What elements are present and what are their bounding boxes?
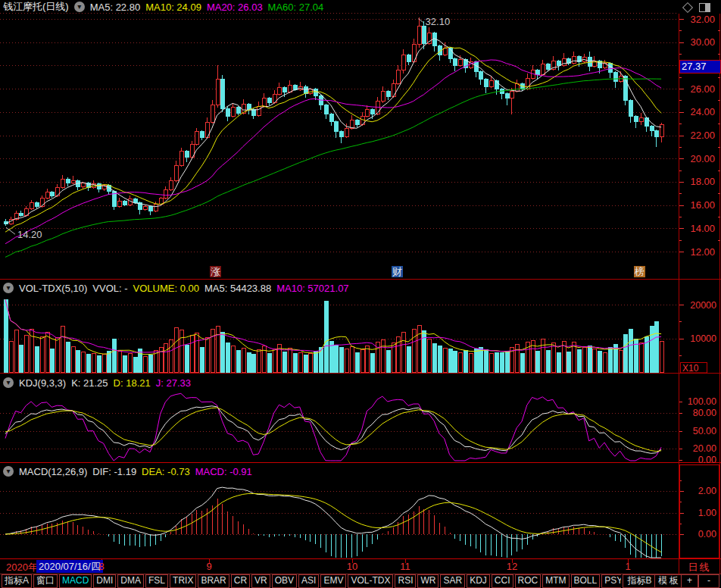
toolbar-button-dma[interactable]: DMA <box>117 574 144 588</box>
axis-labels: 32.0030.0028.0026.0024.0022.0020.0018.00… <box>681 14 717 540</box>
kdj-pane-header: ▾ KDJ(9,3,3) K: 21.25 D: 18.21 J: 27.33 <box>3 376 191 389</box>
volume-value: VOLUME: 0.00 <box>133 283 199 294</box>
price-annotations: 32.1014.20 <box>6 16 450 240</box>
volume-pane-header: ▾ VOL-TDX(5,10) VVOL: - VOLUME: 0.00 MA5… <box>3 281 349 295</box>
svg-text:2.00: 2.00 <box>698 486 716 496</box>
svg-text:10000: 10000 <box>690 333 716 344</box>
watermark-badge: 榜 <box>634 266 645 277</box>
collapse-kdj-icon[interactable]: ▾ <box>3 377 14 388</box>
svg-text:80.00: 80.00 <box>693 408 716 418</box>
main-price-pane <box>4 17 663 226</box>
svg-text:12.00: 12.00 <box>690 246 715 258</box>
svg-text:20.00: 20.00 <box>690 153 715 164</box>
toolbar-button-psy[interactable]: PSY <box>601 574 621 588</box>
svg-text:14.00: 14.00 <box>690 223 715 234</box>
kdj-d-value: D: 18.21 <box>114 377 151 389</box>
svg-text:1.00: 1.00 <box>698 508 716 518</box>
timeline-month-label: 9 <box>206 561 211 572</box>
timeline-date-box: 2020/07/16/四 <box>36 560 103 573</box>
macd-dif-value: DIF: -1.19 <box>92 466 136 477</box>
kdj-j-value: J: 27.33 <box>156 377 191 389</box>
svg-text:18.00: 18.00 <box>690 176 715 187</box>
svg-text:0.00: 0.00 <box>698 455 716 465</box>
svg-text:16.00: 16.00 <box>690 199 715 211</box>
svg-text:22.00: 22.00 <box>690 130 715 141</box>
toolbar-button-kdj[interactable]: KDJ <box>467 574 490 588</box>
toolbar-button-obv[interactable]: OBV <box>272 574 297 588</box>
zoom-in-button[interactable]: + <box>681 574 698 588</box>
timeline-bar: 2020年 2020/07/16/四 891011121 日线 <box>0 560 721 574</box>
svg-text:50.00: 50.00 <box>693 426 716 436</box>
vvol-value: VVOL: - <box>92 283 127 294</box>
timeline-year: 2020年 <box>6 561 38 574</box>
main-chart-header: 钱江摩托(日线) ▾ MA5: 22.80 MA10: 24.09 MA20: … <box>3 0 323 14</box>
kdj-k-value: K: 21.25 <box>71 377 108 389</box>
symbol-title: 钱江摩托(日线) <box>3 0 69 14</box>
toolbar-button-emv[interactable]: EMV <box>320 574 346 588</box>
macd-lines <box>5 487 661 558</box>
indicator-toolbar: 指标A窗口MACDDMIDMAFSLTRIXBRARCRVROBVASIEMVV… <box>2 574 621 588</box>
toolbar-button-fsl[interactable]: FSL <box>145 574 168 588</box>
volume-pane <box>4 299 663 372</box>
svg-text:20000: 20000 <box>690 300 716 311</box>
vol-indicator-name: VOL-TDX(5,10) <box>19 283 87 294</box>
kdj-indicator-name: KDJ(9,3,3) <box>19 377 66 389</box>
toolbar-button-sar[interactable]: SAR <box>440 574 465 588</box>
vol-ma10-value: MA10: 57021.07 <box>276 283 348 294</box>
kdj-pane <box>5 393 661 461</box>
macd-dea-value: DEA: -0.73 <box>142 466 190 477</box>
svg-text:20.00: 20.00 <box>693 443 716 454</box>
zoom-out-button[interactable]: - <box>698 574 719 588</box>
frame-layer <box>0 14 721 588</box>
toolbar-button-asi[interactable]: ASI <box>298 574 319 588</box>
period-label: 日线 <box>679 561 719 574</box>
toolbar-button-wr[interactable]: WR <box>417 574 439 588</box>
toolbar-button-vr[interactable]: VR <box>251 574 270 588</box>
svg-text:32.00: 32.00 <box>690 14 715 25</box>
svg-text:100.00: 100.00 <box>688 396 716 407</box>
split-window-icon[interactable] <box>699 3 710 12</box>
price-ma-lines <box>5 39 661 258</box>
toolbar-button-rsi[interactable]: RSI <box>395 574 416 588</box>
timeline-month-label: 8 <box>98 561 104 572</box>
toolbar-button-template[interactable]: 模板 <box>654 574 685 588</box>
svg-text:26.00: 26.00 <box>690 83 715 95</box>
collapse-main-icon[interactable]: ▾ <box>74 2 85 12</box>
svg-text:24.00: 24.00 <box>690 106 715 117</box>
macd-value: MACD: -0.91 <box>195 466 252 477</box>
toolbar-button-dmi[interactable]: DMI <box>93 574 116 588</box>
toolbar-button-roc[interactable]: ROC <box>515 574 542 588</box>
timeline-month-label: 1 <box>625 561 630 572</box>
toolbar-button-indicator-b[interactable]: 指标B <box>623 574 657 588</box>
toolbar-button-brar[interactable]: BRAR <box>198 574 229 588</box>
timeline-month-label: 10 <box>347 561 357 572</box>
toolbar-button-mtm[interactable]: MTM <box>542 574 569 588</box>
svg-text:30.00: 30.00 <box>690 36 715 48</box>
svg-text:X10: X10 <box>682 363 699 374</box>
svg-text:32.10: 32.10 <box>426 16 451 27</box>
svg-text:14.20: 14.20 <box>17 229 42 240</box>
svg-text:0.00: 0.00 <box>698 529 716 540</box>
collapse-volume-icon[interactable]: ▾ <box>3 283 14 293</box>
toolbar-button-cci[interactable]: CCI <box>492 574 513 588</box>
toolbar-button-macd[interactable]: MACD <box>59 574 92 588</box>
toolbar-button-indicator-a[interactable]: 指标A <box>2 574 32 588</box>
macd-indicator-name: MACD(12,26,9) <box>19 466 87 477</box>
ma10-value: MA10: 24.09 <box>145 2 201 13</box>
ma5-value: MA5: 22.80 <box>90 2 141 13</box>
collapse-macd-icon[interactable]: ▾ <box>3 466 14 477</box>
toolbar-button-trix[interactable]: TRIX <box>170 574 196 588</box>
stock-chart-window: 32.0030.0028.0026.0024.0022.0020.0018.00… <box>0 0 721 588</box>
watermark-badge: 财 <box>392 266 403 277</box>
watermark-badge: 涨 <box>210 266 221 277</box>
timeline-month-label: 12 <box>507 561 517 572</box>
toolbar-button-window[interactable]: 窗口 <box>33 574 58 588</box>
toolbar-button-boll[interactable]: BOLL <box>571 574 601 588</box>
toolbar-button-cr[interactable]: CR <box>231 574 250 588</box>
ma60-value: MA60: 27.04 <box>268 2 324 13</box>
vol-ma5-value: MA5: 54423.88 <box>204 283 271 294</box>
toolbar-button-vol-tdx[interactable]: VOL-TDX <box>348 574 393 588</box>
timeline-month-label: 11 <box>400 561 410 572</box>
macd-pane-header: ▾ MACD(12,26,9) DIF: -1.19 DEA: -0.73 MA… <box>3 464 252 478</box>
last-price-tag: 27.37 <box>679 60 721 74</box>
